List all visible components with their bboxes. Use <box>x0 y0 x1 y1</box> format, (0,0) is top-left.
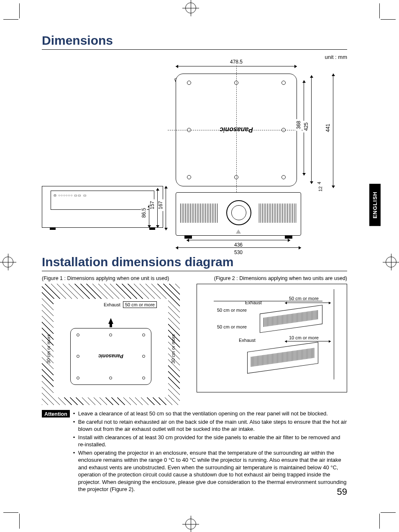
dimension-12: 12 <box>318 186 323 191</box>
mount-hole-icon <box>109 377 112 379</box>
dimension-436: 436 <box>187 240 290 245</box>
attention-badge: Attention <box>42 410 70 417</box>
clearance-10-label: 10 cm or more <box>289 335 319 340</box>
figure-captions: (Figure 1 : Dimensions applying when one… <box>42 275 347 281</box>
grille-icon <box>259 204 297 223</box>
dimension-value: 425 <box>303 121 309 132</box>
attention-item: When operating the projector in an enclo… <box>73 449 347 493</box>
dimension-line <box>285 341 331 341</box>
top-view-diagram: Panasonic <box>176 74 297 186</box>
crop-mark <box>381 19 396 20</box>
crop-mark <box>3 19 18 20</box>
mount-hole-icon <box>187 128 191 132</box>
attention-block: Attention Leave a clearance of at least … <box>42 410 347 494</box>
heading-dimensions: Dimensions <box>42 33 347 50</box>
projector-iso-lower <box>247 342 318 374</box>
clearance-30-right: 30 cm or more <box>171 334 176 364</box>
arrow-up-icon <box>108 318 113 324</box>
dimension-167: 167 <box>166 186 171 230</box>
foot-icon <box>285 235 292 239</box>
attention-item: Leave a clearance of at least 50 cm so t… <box>73 410 347 417</box>
mount-hole-icon <box>281 175 286 179</box>
crop-mark <box>19 514 20 529</box>
enclosure-edge <box>214 301 322 301</box>
dimension-value: 157 <box>149 199 155 211</box>
figure-1: Exhaust 50 cm or more Panasonic 30 cm or… <box>42 284 180 405</box>
dimension-530: 530 <box>176 247 301 252</box>
grille-icon <box>251 348 315 367</box>
clearance-50-label: 50 cm or more <box>217 324 247 329</box>
page-number: 59 <box>337 486 347 497</box>
grille-icon <box>180 204 218 223</box>
mount-hole-icon <box>281 81 286 85</box>
ports-icon: ◎ ○○○○○○ ▭▭ ▭ <box>54 193 87 197</box>
mount-hole-icon <box>187 81 191 85</box>
brand-logo: Panasonic <box>176 126 297 133</box>
dimension-line <box>285 303 331 303</box>
crop-mark <box>379 514 380 529</box>
mount-hole-icon <box>77 355 79 358</box>
dimension-4: 4 <box>317 182 322 184</box>
dimension-diagrams: 478.5 R30 Panasonic 368 425 441 4 12 <box>42 63 347 247</box>
clearance-50-label: 50 cm or more <box>123 301 157 308</box>
mount-hole-icon <box>234 175 238 179</box>
projector-iso-upper <box>260 305 322 333</box>
mount-hole-icon <box>187 175 191 179</box>
mount-hole-icon <box>142 355 145 358</box>
mount-hole-icon <box>77 377 79 379</box>
dimension-value: 368 <box>296 119 302 131</box>
registration-mark <box>386 257 396 267</box>
crop-mark <box>19 3 20 18</box>
projector-top-icon: Panasonic <box>70 328 151 385</box>
mount-hole-icon <box>234 81 238 85</box>
attention-list: Leave a clearance of at least 50 cm so t… <box>73 410 347 494</box>
clearance-50-label: 50 cm or more <box>217 308 247 313</box>
dimension-value: 478.5 <box>228 59 244 65</box>
crop-mark <box>379 3 380 18</box>
mount-hole-icon <box>142 333 145 336</box>
exhaust-label: Exhaust <box>103 302 121 307</box>
registration-mark <box>185 519 196 529</box>
fig2-caption: (Figure 2 : Dimensions applying when two… <box>214 275 347 281</box>
attention-item: Install with clearances of at least 30 c… <box>73 434 347 448</box>
clearance-30-left: 30 cm or more <box>46 334 51 364</box>
crop-mark <box>381 512 396 513</box>
grille-icon <box>263 310 319 327</box>
triangle-icon <box>236 229 241 234</box>
brand-logo: Panasonic <box>71 353 151 359</box>
dimension-value: 436 <box>233 242 244 248</box>
heading-installation: Installation dimensions diagram <box>42 255 347 271</box>
dimension-value: 167 <box>158 199 164 211</box>
exhaust-label: Exhaust <box>245 300 262 305</box>
dimension-441: 441 <box>333 74 338 188</box>
attention-item: Be careful not to retain exhausted air o… <box>73 418 347 433</box>
registration-mark <box>3 257 13 267</box>
foot-icon <box>50 227 56 230</box>
registration-mark <box>185 3 196 13</box>
language-tab: ENGLISH <box>369 184 381 226</box>
dimension-value: 86.5 <box>141 206 147 219</box>
figure-2: Exhaust 50 cm or more 50 cm or more 50 c… <box>197 284 347 392</box>
dimension-425: 425 <box>311 75 316 184</box>
clearance-50-label: 50 cm or more <box>289 296 319 301</box>
lens-icon <box>226 200 251 225</box>
dimension-value: 441 <box>325 122 331 134</box>
mount-hole-icon <box>142 377 145 379</box>
mount-hole-icon <box>77 333 79 336</box>
dimension-value: 530 <box>233 249 244 255</box>
clearance-area: Exhaust 50 cm or more Panasonic <box>54 299 168 397</box>
enclosure-edge <box>334 289 334 379</box>
installation-diagrams: Exhaust 50 cm or more Panasonic 30 cm or… <box>42 284 347 405</box>
unit-label: unit : mm <box>42 54 347 60</box>
page-content: Dimensions unit : mm 478.5 R30 Panasonic… <box>42 33 347 494</box>
rear-panel: ◎ ○○○○○○ ▭▭ ▭ <box>51 191 154 210</box>
foot-icon <box>184 235 192 239</box>
mount-hole-icon <box>281 128 286 132</box>
crop-mark <box>3 512 18 513</box>
mount-hole-icon <box>109 333 112 336</box>
exhaust-label: Exhaust <box>239 338 256 343</box>
front-view-diagram <box>176 192 301 236</box>
fig1-caption: (Figure 1 : Dimensions applying when one… <box>42 275 169 281</box>
